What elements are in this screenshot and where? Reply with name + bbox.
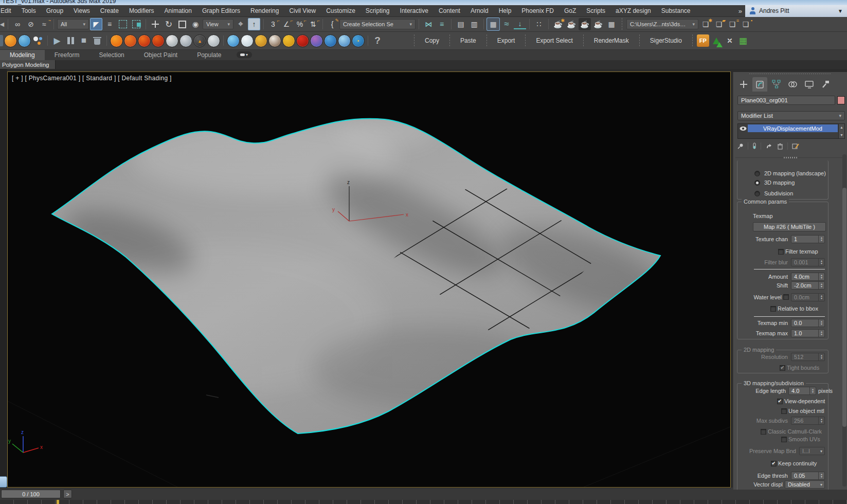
menu-item[interactable]: Customize bbox=[321, 5, 361, 17]
classic-catmull-clark-checkbox[interactable] bbox=[761, 429, 766, 435]
modifier-stack[interactable]: VRayDisplacementMod ▲▼ bbox=[737, 123, 845, 139]
percent-snap-icon[interactable]: %⌐ bbox=[294, 18, 306, 30]
object-name-field[interactable]: Plane003_org001 bbox=[737, 96, 835, 105]
select-and-manipulate-icon[interactable]: ↑ bbox=[248, 18, 260, 30]
configure-modifier-sets-icon[interactable] bbox=[791, 142, 800, 150]
scene-explorer-icon[interactable]: ▤ bbox=[455, 18, 467, 30]
texture-chan-field[interactable]: 1 bbox=[791, 235, 825, 243]
menu-item[interactable]: GoZ bbox=[559, 5, 581, 17]
motion-tab-icon[interactable] bbox=[785, 77, 800, 92]
use-pivot-point-icon[interactable]: ⌖ bbox=[235, 18, 247, 30]
delete-simulation-icon[interactable] bbox=[91, 34, 103, 47]
select-and-scale-icon[interactable] bbox=[176, 18, 188, 30]
bind-to-space-warp-icon[interactable]: ≈~ bbox=[38, 18, 50, 30]
render-production-icon[interactable]: ☕ bbox=[579, 18, 591, 30]
select-by-name-icon[interactable]: ≡ bbox=[103, 18, 116, 30]
ribbon-tab[interactable]: Selection bbox=[89, 50, 134, 60]
rollout-separator[interactable] bbox=[735, 157, 845, 158]
next-frame-button[interactable]: > bbox=[63, 490, 72, 498]
modifier-visibility-eye-icon[interactable] bbox=[738, 125, 748, 132]
menu-item[interactable]: Rendering bbox=[245, 5, 284, 17]
preset-ocean-icon[interactable]: • bbox=[352, 34, 365, 47]
menu-item[interactable]: Modifiers bbox=[124, 5, 159, 17]
preset-smoke-trail-icon[interactable] bbox=[179, 34, 192, 47]
modify-tab-icon[interactable] bbox=[752, 77, 767, 92]
modifier-stack-row-partial[interactable] bbox=[738, 132, 838, 138]
preset-waterfall-icon[interactable] bbox=[338, 34, 351, 47]
water-level-field[interactable]: 0.0cm bbox=[791, 293, 825, 301]
object-color-swatch[interactable] bbox=[837, 96, 845, 104]
menu-item[interactable]: Group bbox=[41, 5, 68, 17]
max-subdivs-field[interactable]: 256 bbox=[791, 417, 825, 425]
menu-item[interactable]: Phoenix FD bbox=[516, 5, 559, 17]
viewport-label[interactable]: [ + ] [ PhysCamera001 ] [ Standard ] [ D… bbox=[12, 75, 172, 82]
render-setup-icon[interactable]: ☕✱ bbox=[552, 18, 564, 30]
relative-to-bbox-checkbox[interactable] bbox=[770, 306, 776, 312]
polygon-modeling-panel-tab[interactable]: Polygon Modeling bbox=[0, 60, 56, 69]
edge-length-field[interactable]: 4.0 bbox=[788, 387, 816, 395]
spinner[interactable] bbox=[818, 236, 824, 243]
menu-item[interactable]: Interactive bbox=[395, 5, 434, 17]
menu-item[interactable]: Tools bbox=[16, 5, 41, 17]
maxscript-run-icon[interactable]: ❏≡ bbox=[726, 18, 738, 30]
forestpack-icon[interactable]: FP bbox=[697, 34, 709, 47]
vector-displ-dropdown[interactable]: Disabled bbox=[785, 480, 825, 489]
menu-item[interactable]: Arnold bbox=[465, 5, 494, 17]
ribbon-tab[interactable]: Populate bbox=[187, 50, 231, 60]
spinner[interactable] bbox=[809, 387, 816, 394]
layer-explorer-icon[interactable]: ▥ bbox=[468, 18, 480, 30]
grid-green-icon[interactable]: ▦ bbox=[737, 34, 749, 47]
preset-explosion-icon[interactable] bbox=[138, 34, 151, 47]
filter-texmap-checkbox[interactable] bbox=[778, 249, 784, 255]
track-bar-marker[interactable] bbox=[57, 500, 59, 504]
menu-item[interactable]: aXYZ design bbox=[610, 5, 656, 17]
preset-blood-icon[interactable] bbox=[296, 34, 309, 47]
ribbon-tab[interactable]: Freeform bbox=[45, 50, 89, 60]
help-icon[interactable]: ? bbox=[371, 34, 384, 47]
ribbon-tab[interactable]: Object Paint bbox=[134, 50, 187, 60]
rendermask-button[interactable]: RenderMask bbox=[588, 34, 635, 47]
phoenix-fire-icon[interactable] bbox=[4, 34, 17, 47]
mirror-icon[interactable]: ⋈ bbox=[422, 18, 435, 30]
preset-droplets-icon[interactable] bbox=[227, 34, 240, 47]
ribbon-tab[interactable]: Modeling bbox=[0, 50, 45, 60]
panel-scrollbar[interactable] bbox=[842, 154, 846, 487]
maxscript-new-icon[interactable]: ❏▰ bbox=[713, 18, 725, 30]
keep-continuity-checkbox[interactable] bbox=[771, 461, 777, 466]
shift-field[interactable]: -2.0cm bbox=[791, 281, 825, 290]
rendered-frame-icon[interactable]: ☕ bbox=[565, 18, 578, 30]
pin-stack-icon[interactable] bbox=[736, 142, 744, 150]
preset-explosion-fuel-icon[interactable] bbox=[152, 34, 165, 47]
menu-item[interactable]: Scripts bbox=[581, 5, 610, 17]
align-icon[interactable]: ≡ bbox=[436, 18, 448, 30]
ribbon-toggle-icon[interactable]: ▦ bbox=[487, 18, 499, 30]
phoenix-water-icon[interactable] bbox=[18, 34, 31, 47]
spinner[interactable] bbox=[818, 472, 824, 479]
spinner[interactable] bbox=[818, 319, 824, 327]
texmap-max-field[interactable]: 1.0 bbox=[791, 329, 825, 337]
modifier-list-dropdown[interactable]: Modifier List bbox=[737, 111, 845, 120]
hierarchy-tab-icon[interactable] bbox=[769, 77, 784, 92]
reference-coordinate-dropdown[interactable]: View bbox=[203, 19, 233, 29]
array-icon[interactable]: ∷ bbox=[533, 18, 545, 30]
show-end-result-icon[interactable] bbox=[765, 142, 773, 150]
spinner-snap-icon[interactable]: ⇅⌐ bbox=[307, 18, 319, 30]
rectangular-selection-icon[interactable] bbox=[117, 18, 129, 30]
export-select-button[interactable]: Export Select bbox=[530, 34, 579, 47]
render-cloud-icon[interactable]: ☕ bbox=[592, 18, 604, 30]
spinner[interactable] bbox=[818, 282, 824, 289]
radio-subdivision[interactable] bbox=[754, 191, 760, 196]
project-folder-dropdown[interactable]: C:\Users\Z...nts\3dsMax bbox=[626, 19, 698, 29]
menu-item[interactable]: Edit bbox=[0, 5, 16, 17]
viewport-3d-scene[interactable]: z x y z x y bbox=[8, 72, 730, 487]
modifier-stack-row[interactable]: VRayDisplacementMod bbox=[738, 124, 838, 132]
window-crossing-icon[interactable] bbox=[130, 18, 142, 30]
spinner[interactable] bbox=[818, 259, 824, 266]
preset-beer-icon[interactable] bbox=[255, 34, 267, 47]
render-elements-icon[interactable]: ▦ bbox=[605, 18, 618, 30]
export-button[interactable]: Export bbox=[491, 34, 521, 47]
lock-stack-icon[interactable] bbox=[752, 142, 757, 150]
selection-filter-dropdown[interactable]: All bbox=[57, 19, 89, 29]
menu-item[interactable]: Content bbox=[434, 5, 465, 17]
floating-button-fragment[interactable] bbox=[0, 476, 7, 488]
